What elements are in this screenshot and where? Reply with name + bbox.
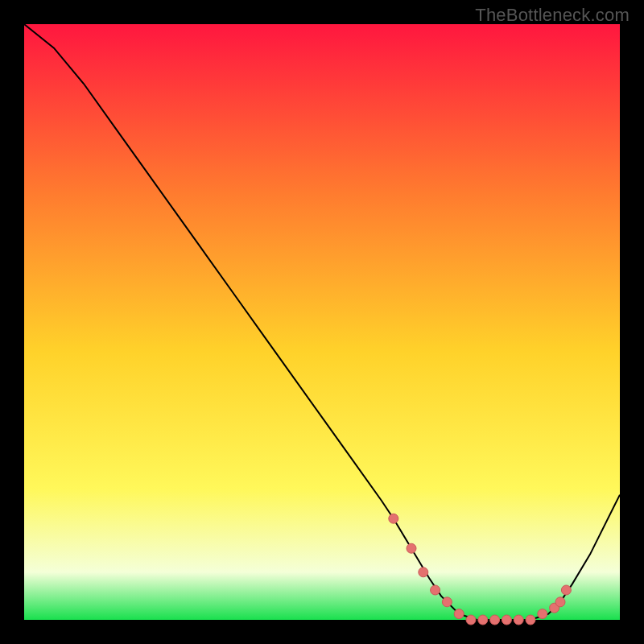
marker-dot [526, 615, 535, 625]
marker-dot [454, 609, 464, 619]
plot-background [24, 24, 620, 620]
bottleneck-plot [0, 0, 644, 644]
marker-dot [514, 615, 523, 625]
marker-dot [502, 615, 511, 625]
watermark-text: TheBottleneck.com [475, 5, 630, 26]
marker-dot [419, 568, 428, 577]
marker-dot [561, 585, 571, 595]
chart-frame: TheBottleneck.com [0, 0, 644, 644]
marker-dot [490, 615, 500, 625]
marker-dot [407, 543, 416, 553]
marker-dot [389, 514, 398, 523]
marker-dot [478, 615, 488, 625]
marker-dot [555, 597, 565, 607]
marker-dot [431, 585, 440, 595]
marker-dot [538, 609, 547, 619]
marker-dot [442, 597, 452, 607]
marker-dot [466, 615, 476, 625]
